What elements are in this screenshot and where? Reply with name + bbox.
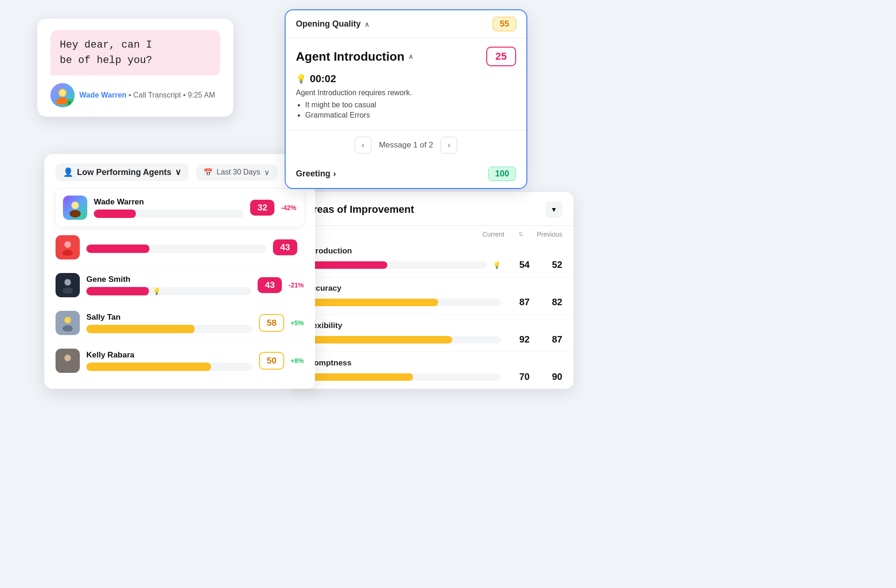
agent-intro-score-badge: 25 xyxy=(486,47,516,66)
progress-bar-fill xyxy=(94,210,136,218)
bulb-icon: 💡 xyxy=(296,74,306,84)
wade-avatar-img xyxy=(63,196,87,220)
current-value: 70 xyxy=(511,371,530,382)
avatar: 📞 xyxy=(50,83,75,107)
sort-icon[interactable]: ⇅ xyxy=(518,231,523,238)
agent-name-text: Sally Tan xyxy=(86,313,252,322)
chat-bubble-text: Hey dear, can I be of help you? xyxy=(60,37,211,68)
svg-point-8 xyxy=(64,279,71,286)
agent-info xyxy=(86,242,266,253)
svg-point-7 xyxy=(63,250,73,256)
progress-bar-fill xyxy=(86,325,195,333)
current-value: 54 xyxy=(511,259,530,270)
low-perf-filter-button[interactable]: 👤 Low Performing Agents ∨ xyxy=(56,163,189,181)
metric-bar-row: 92 87 xyxy=(306,334,562,345)
greeting-row[interactable]: Greeting › 100 xyxy=(286,160,526,188)
score-box: 50 xyxy=(259,352,284,370)
agent-name-text: Wade Warren xyxy=(94,197,244,207)
score-box: 43 xyxy=(258,277,282,293)
change-badge: -21% xyxy=(288,281,304,289)
bullet-item-1: It might be too casual xyxy=(305,101,516,109)
agent-intro-chevron-icon[interactable]: ∧ xyxy=(408,53,413,60)
low-perf-chevron-icon: ∨ xyxy=(175,167,181,177)
prev-message-button[interactable]: ‹ xyxy=(355,137,371,154)
next-message-button[interactable]: › xyxy=(441,137,457,154)
agent-list: Wade Warren 32 -42% xyxy=(44,189,315,389)
bulb-icon-small: 💡 xyxy=(153,287,161,295)
metric-bar-fill xyxy=(306,373,413,381)
metric-label: Accuracy xyxy=(306,284,562,293)
bulb-icon: 💡 xyxy=(493,261,501,269)
metric-values: 92 87 xyxy=(506,334,562,345)
gene-avatar xyxy=(56,273,80,297)
metric-label: Promptness xyxy=(306,358,562,368)
progress-bar xyxy=(86,325,252,333)
svg-point-11 xyxy=(63,325,73,331)
bullet-item-2: Grammatical Errors xyxy=(305,111,516,119)
progress-bar-fill xyxy=(86,287,149,295)
metric-bar xyxy=(306,299,501,306)
table-row[interactable]: 43 xyxy=(56,229,304,266)
chat-card: Hey dear, can I be of help you? 📞 Wade W… xyxy=(37,19,233,117)
opening-quality-score-badge: 55 xyxy=(493,17,516,31)
agent2-avatar xyxy=(56,235,80,259)
agent-intro-header: Agent Introduction ∧ 25 xyxy=(286,38,526,71)
message-nav: ‹ Message 1 of 2 › xyxy=(286,130,526,160)
low-performing-agents-card: 👤 Low Performing Agents ∨ 📅 Last 30 Days… xyxy=(44,154,315,389)
filter-button[interactable]: ▼ xyxy=(546,201,562,218)
agent-name[interactable]: Wade Warren xyxy=(79,91,126,99)
areas-header: Areas of Improvement ▼ xyxy=(294,192,574,226)
progress-bar xyxy=(86,245,266,253)
bubble-line1: Hey dear, can I xyxy=(60,39,152,51)
date-chevron-icon: ∨ xyxy=(264,168,270,177)
metric-label: Introduction xyxy=(306,246,562,256)
previous-value: 52 xyxy=(544,259,562,270)
table-row[interactable]: Sally Tan 58 +5% xyxy=(56,304,304,342)
svg-point-13 xyxy=(63,363,73,369)
metric-values: 54 52 xyxy=(506,259,562,270)
agent-info: Wade Warren xyxy=(94,197,244,218)
change-badge: -42% xyxy=(281,204,296,211)
avatar xyxy=(63,196,87,220)
agent-info: Kelly Rabara xyxy=(86,350,252,371)
list-item: Introduction 💡 54 52 xyxy=(294,240,574,277)
metric-bar-fill xyxy=(306,261,387,269)
timestamp-row: 💡 00:02 xyxy=(296,73,516,85)
sally-avatar xyxy=(56,311,80,335)
svg-point-2 xyxy=(59,90,66,96)
agents-icon: 👤 xyxy=(63,167,73,177)
metric-values: 70 90 xyxy=(506,371,562,382)
areas-col-headers: Current ⇅ Previous xyxy=(294,226,574,240)
low-perf-title: Low Performing Agents xyxy=(77,168,171,177)
svg-point-4 xyxy=(71,202,79,209)
table-row[interactable]: Wade Warren 32 -42% xyxy=(56,189,304,227)
greeting-label: Greeting › xyxy=(296,169,336,179)
previous-value: 90 xyxy=(544,371,562,382)
kelly-avatar xyxy=(56,349,80,373)
avatar xyxy=(56,235,80,259)
svg-point-5 xyxy=(70,210,81,217)
table-row[interactable]: Gene Smith 💡 43 -21% xyxy=(56,266,304,304)
progress-bar xyxy=(86,363,252,371)
areas-of-improvement-card: Areas of Improvement ▼ Current ⇅ Previou… xyxy=(294,191,574,389)
bubble-line2: be of help you? xyxy=(60,55,152,66)
agent-name-text: Kelly Rabara xyxy=(86,350,252,360)
list-item: Promptness 70 90 xyxy=(294,352,574,389)
chat-time: 9:25 AM xyxy=(188,91,215,99)
avatar xyxy=(56,349,80,373)
date-filter-button[interactable]: 📅 Last 30 Days ∨ xyxy=(196,164,277,181)
low-perf-header: 👤 Low Performing Agents ∨ 📅 Last 30 Days… xyxy=(44,154,315,189)
progress-bar xyxy=(94,210,244,218)
agent-info: Gene Smith 💡 xyxy=(86,275,251,295)
previous-value: 82 xyxy=(544,297,562,308)
metric-bar-row: 70 90 xyxy=(306,371,562,382)
opening-quality-label: Opening Quality ∧ xyxy=(296,19,369,29)
metric-bar-row: 87 82 xyxy=(306,297,562,308)
opening-quality-chevron-icon[interactable]: ∧ xyxy=(364,21,369,28)
avatar xyxy=(56,273,80,297)
call-transcript-label: Call Transcript xyxy=(133,91,181,99)
metric-bar xyxy=(306,373,501,381)
areas-title: Areas of Improvement xyxy=(306,203,414,216)
table-row[interactable]: Kelly Rabara 50 +8% xyxy=(56,342,304,379)
metric-label: Flexibility xyxy=(306,321,562,330)
